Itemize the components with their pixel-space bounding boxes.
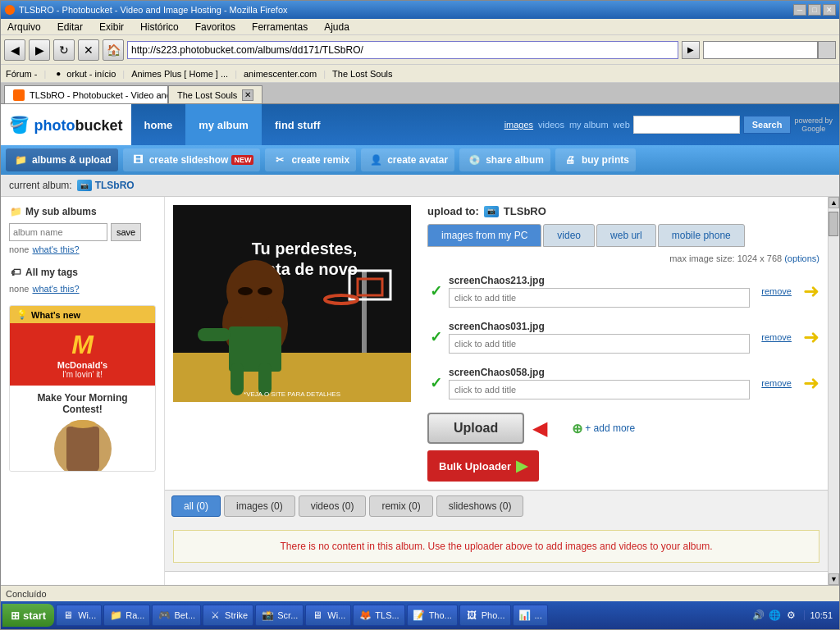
back-button[interactable]: ◀	[4, 39, 25, 61]
menu-historico[interactable]: Histórico	[137, 20, 182, 34]
upload-title-input-1[interactable]	[449, 288, 750, 308]
upload-tab-video[interactable]: video	[543, 224, 595, 247]
pb-upload-area: upload to: 📷 TLSbRO images from my PC vi…	[419, 197, 828, 490]
upload-button[interactable]: Upload	[427, 413, 524, 444]
bookmark-lost-souls[interactable]: The Lost Souls	[332, 69, 392, 79]
pb-bottom-tab-slideshows[interactable]: slideshows (0)	[436, 495, 524, 517]
tab-photobucket[interactable]: TLSbRO - Photobucket - Video and ... ✕	[4, 85, 168, 103]
right-scrollbar[interactable]: ▲ ▼	[828, 197, 839, 585]
breadcrumb-label: current album:	[9, 180, 72, 191]
pb-search-tab-images[interactable]: images	[504, 120, 533, 130]
forward-button[interactable]: ▶	[29, 39, 50, 61]
upload-tab-images-from-pc[interactable]: images from my PC	[427, 224, 541, 247]
pb-sec-create-remix[interactable]: ✂ create remix	[265, 148, 356, 171]
menu-arquivo[interactable]: Arquivo	[4, 20, 44, 34]
upload-tab-web-url[interactable]: web url	[596, 224, 656, 247]
reload-button[interactable]: ↻	[53, 39, 75, 61]
pb-nav-find-stuff[interactable]: find stuff	[262, 104, 334, 145]
taskbar-item-7[interactable]: 📝 Tho...	[407, 605, 458, 626]
taskbar-item-6[interactable]: 🦊 TLS...	[353, 605, 404, 626]
scroll-track	[829, 208, 839, 573]
upload-remove-3[interactable]: remove	[761, 378, 792, 388]
taskbar-icon-0: 🖥	[62, 609, 75, 622]
upload-title-input-2[interactable]	[449, 334, 750, 354]
taskbar-item-5[interactable]: 🖥 Wi...	[305, 605, 351, 626]
tab-close-lost-souls[interactable]: ✕	[242, 89, 253, 101]
minimize-button[interactable]: ─	[793, 4, 806, 16]
upload-file-row-3: ✓ screenChaos058.jpg remove ➜	[427, 363, 819, 403]
pb-sec-albums-upload[interactable]: 📁 albums & upload	[6, 148, 118, 171]
my-sub-albums-section: 📁 My sub albums save none what's this?	[9, 205, 156, 254]
go-button[interactable]: ▶	[682, 41, 700, 59]
pb-sec-create-avatar[interactable]: 👤 create avatar	[361, 148, 454, 171]
menu-bar: Arquivo Editar Exibir Histórico Favorito…	[1, 19, 839, 35]
taskbar-item-0[interactable]: 🖥 Wi...	[56, 605, 102, 626]
taskbar-item-8[interactable]: 🖼 Pho...	[459, 605, 511, 626]
menu-ajuda[interactable]: Ajuda	[321, 20, 353, 34]
maximize-button[interactable]: □	[808, 4, 821, 16]
upload-filename-1: screenChaos213.jpg	[449, 275, 750, 286]
sub-albums-none: none	[9, 244, 29, 254]
bulk-uploader-button[interactable]: Bulk Uploader ▶	[427, 450, 539, 482]
close-button[interactable]: ✕	[823, 4, 836, 16]
upload-options-link[interactable]: (options)	[784, 253, 819, 263]
upload-tab-mobile-phone[interactable]: mobile phone	[658, 224, 745, 247]
mcdonalds-logo-text: M	[16, 330, 148, 360]
pb-sec-share-album[interactable]: 💿 share album	[459, 148, 550, 171]
pb-logo[interactable]: 🪣 photobucket	[1, 104, 131, 145]
pb-search-button[interactable]: Search	[743, 116, 792, 134]
pb-bottom-tab-videos[interactable]: videos (0)	[299, 495, 367, 517]
pb-search-tab-videos[interactable]: videos	[538, 120, 564, 130]
taskbar-item-4[interactable]: 📸 Scr...	[255, 605, 304, 626]
upload-remove-1[interactable]: remove	[761, 286, 792, 296]
taskbar-item-9[interactable]: 📊 ...	[513, 605, 548, 626]
tab-lost-souls[interactable]: The Lost Souls ✕	[168, 85, 262, 103]
browser-search-input[interactable]	[703, 41, 818, 59]
pb-search-input[interactable]	[633, 116, 740, 134]
address-input[interactable]	[127, 41, 678, 59]
taskbar-item-1[interactable]: 📁 Ra...	[103, 605, 150, 626]
taskbar-item-3[interactable]: ⚔ Strike	[203, 605, 253, 626]
pb-search-tab-my-album[interactable]: my album	[569, 120, 609, 130]
upload-remove-2[interactable]: remove	[761, 332, 792, 342]
bookmark-animes[interactable]: Animes Plus [ Home ] ...	[131, 69, 228, 79]
scroll-thumb[interactable]	[829, 212, 838, 236]
tags-what-this[interactable]: what's this?	[32, 284, 79, 294]
breadcrumb-album[interactable]: 📷 TLSbRO	[77, 180, 135, 191]
svg-text:Tu perdestes,: Tu perdestes,	[252, 240, 358, 258]
sub-albums-what-this[interactable]: what's this?	[32, 244, 79, 254]
taskbar: ⊞ start 🖥 Wi... 📁 Ra... 🎮 Bet... ⚔ Strik…	[1, 601, 839, 629]
pb-bottom-tab-all[interactable]: all (0)	[171, 495, 221, 517]
menu-ferramentas[interactable]: Ferramentas	[249, 20, 311, 34]
upload-title-input-3[interactable]	[449, 380, 750, 399]
add-more-button[interactable]: ⊕ + add more	[572, 421, 635, 436]
bookmark-orkut[interactable]: ● orkut - início	[52, 68, 116, 80]
browser-search-go-button[interactable]	[818, 41, 836, 59]
pb-nav-home[interactable]: home	[131, 104, 186, 145]
album-save-button[interactable]: save	[111, 223, 141, 241]
pb-sec-buy-prints[interactable]: 🖨 buy prints	[555, 148, 636, 171]
pb-bottom-tab-images[interactable]: images (0)	[224, 495, 295, 517]
pb-sec-create-slideshow[interactable]: 🎞 create slideshow NEW	[123, 148, 261, 171]
mcdonalds-brand: McDonald's	[16, 360, 148, 370]
checkmark-3: ✓	[430, 374, 442, 392]
pb-nav-my-album[interactable]: my album	[185, 104, 262, 145]
album-name-input[interactable]	[9, 223, 107, 241]
bookmark-animescenter[interactable]: animescenter.com	[244, 69, 317, 79]
scroll-up-button[interactable]: ▲	[829, 197, 839, 208]
bookmark-forum[interactable]: Fórum -	[6, 69, 38, 79]
menu-editar[interactable]: Editar	[54, 20, 86, 34]
menu-favoritos[interactable]: Favoritos	[192, 20, 239, 34]
pb-image-preview-area: Tu perdestes, tenta de novo	[165, 197, 419, 490]
scroll-down-button[interactable]: ▼	[829, 573, 839, 585]
taskbar-item-2[interactable]: 🎮 Bet...	[152, 605, 201, 626]
title-buttons[interactable]: ─ □ ✕	[793, 4, 836, 16]
menu-exibir[interactable]: Exibir	[96, 20, 127, 34]
pb-search-tab-web[interactable]: web	[614, 120, 630, 130]
start-button[interactable]: ⊞ start	[2, 604, 54, 627]
pb-bottom-tab-remix[interactable]: remix (0)	[369, 495, 432, 517]
upload-btn-area: Upload ◀ ⊕ + add more	[427, 413, 819, 444]
stop-button[interactable]: ✕	[78, 39, 99, 61]
pb-bottom-content: There is no content in this album. Use t…	[165, 522, 828, 571]
home-button[interactable]: 🏠	[103, 39, 124, 61]
